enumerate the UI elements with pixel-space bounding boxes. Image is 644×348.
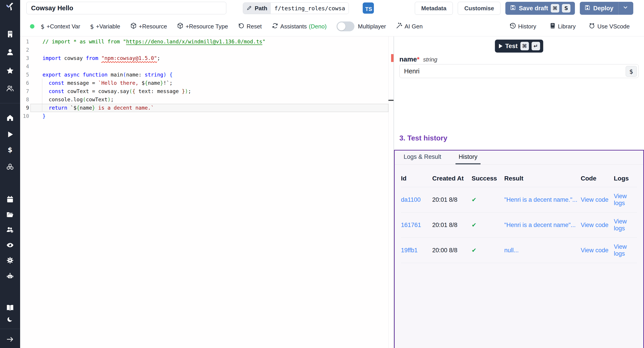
- star-icon: [6, 67, 14, 74]
- cursor-line-marker: [388, 100, 394, 101]
- history-button[interactable]: History: [510, 22, 536, 31]
- sidebar: $: [0, 0, 20, 348]
- tab-history[interactable]: History: [456, 150, 480, 164]
- book-open-icon: [6, 304, 14, 312]
- tab-logs-result[interactable]: Logs & Result: [402, 150, 442, 164]
- typescript-badge: TS: [363, 2, 374, 14]
- robot-icon: [6, 272, 14, 280]
- test-button[interactable]: Test ⌘ ↵: [495, 40, 543, 52]
- add-resource-type-button[interactable]: +Resource Type: [177, 22, 228, 31]
- view-logs-link[interactable]: View logs: [614, 187, 637, 212]
- kbd-s: S: [562, 4, 570, 12]
- multiplayer-toggle[interactable]: [336, 22, 354, 31]
- pencil-icon: [247, 5, 252, 12]
- insert-variable-button[interactable]: $: [626, 66, 637, 77]
- created-at: 20:01 8/8: [432, 187, 472, 212]
- chevron-down-icon[interactable]: [622, 4, 629, 12]
- result-link[interactable]: null...: [504, 238, 581, 263]
- sidebar-item-theme[interactable]: [6, 315, 14, 323]
- code-line[interactable]: 2: [20, 46, 388, 54]
- code-line[interactable]: 4: [20, 62, 388, 71]
- ai-gen-button[interactable]: AI Gen: [396, 22, 422, 31]
- sidebar-item-groups[interactable]: [6, 226, 14, 234]
- sidebar-item-workers[interactable]: [6, 272, 14, 280]
- sidebar-item-schedules[interactable]: [6, 195, 14, 203]
- view-logs-link[interactable]: View logs: [614, 212, 637, 238]
- view-logs-link[interactable]: View logs: [614, 238, 637, 263]
- sidebar-item-favorites[interactable]: [6, 67, 14, 75]
- sidebar-item-folders[interactable]: [6, 210, 14, 218]
- app-logo[interactable]: [6, 3, 14, 11]
- sidebar-collapse[interactable]: [6, 335, 14, 343]
- assistants-button[interactable]: Assistants (Deno): [272, 22, 327, 31]
- test-history-table: Id Created At Success Result Code Logs d…: [401, 175, 637, 263]
- sidebar-item-settings[interactable]: [6, 256, 14, 264]
- code-text: console.log(cowText);: [42, 96, 114, 104]
- view-code-link[interactable]: View code: [581, 238, 614, 263]
- view-code-link[interactable]: View code: [581, 187, 614, 212]
- col-code: Code: [581, 175, 614, 187]
- path-value[interactable]: f/testing_roles/cowsa: [271, 3, 348, 14]
- metadata-button[interactable]: Metadata: [415, 2, 453, 15]
- sidebar-item-home[interactable]: [6, 114, 14, 122]
- panel-resize-handle[interactable]: [394, 36, 394, 348]
- customise-button[interactable]: Customise: [458, 2, 500, 15]
- code-line[interactable]: 10}: [20, 112, 388, 120]
- code-line[interactable]: 6 const message = `Hello there, ${name}!…: [20, 79, 388, 87]
- argument-label-row: name * string: [399, 56, 438, 63]
- sidebar-item-docs[interactable]: [6, 304, 14, 312]
- success-check-icon: ✔: [472, 212, 504, 238]
- moon-icon: [6, 315, 14, 323]
- code-line[interactable]: 7 const cowText = cowsay.say({ text: mes…: [20, 87, 388, 96]
- topbar-actions: Metadata Customise Save draft ⌘ S Deploy: [415, 2, 633, 15]
- code-line[interactable]: 8 console.log(cowText);: [20, 96, 388, 104]
- run-id-link[interactable]: da1100: [401, 187, 432, 212]
- run-id-link[interactable]: 161761: [401, 212, 432, 238]
- run-id-link[interactable]: 19ffb1: [401, 238, 432, 263]
- editor-toolbar: $ +Context Var $ +Variable +Resource +Re…: [20, 16, 644, 36]
- sidebar-item-members[interactable]: [6, 84, 14, 92]
- line-number: 1: [20, 38, 29, 46]
- code-line[interactable]: 1// import * as wmill from "https://deno…: [20, 38, 388, 46]
- code-line[interactable]: 3import cowsay from "npm:cowsay@1.5.0";: [20, 54, 388, 62]
- line-number: 7: [20, 87, 29, 96]
- package-icon: [177, 22, 184, 31]
- result-link[interactable]: "Henri is a decent name"...: [504, 212, 581, 238]
- save-icon: [584, 4, 590, 12]
- sidebar-item-resources[interactable]: [6, 163, 14, 171]
- test-panel: Test ⌘ ↵ name * string $ 3. Test history…: [394, 36, 644, 348]
- reset-button[interactable]: Reset: [238, 22, 262, 31]
- sidebar-divider: [0, 103, 20, 103]
- deploy-button[interactable]: Deploy: [580, 2, 633, 15]
- code-line[interactable]: 9 return `${name} is a decent name.`: [20, 104, 388, 112]
- use-vscode-button[interactable]: Use VScode: [588, 22, 630, 31]
- add-variable-button[interactable]: $ +Variable: [90, 23, 120, 30]
- home-icon: [6, 114, 14, 122]
- path-chip[interactable]: Path f/testing_roles/cowsa: [243, 2, 349, 14]
- code-editor[interactable]: 1// import * as wmill from "https://deno…: [20, 36, 394, 348]
- name-argument-input[interactable]: [399, 64, 639, 78]
- sidebar-item-workspace[interactable]: [6, 30, 14, 38]
- library-button[interactable]: Library: [549, 22, 576, 31]
- sidebar-item-runs[interactable]: [6, 130, 14, 138]
- add-resource-label: +Resource: [139, 23, 167, 30]
- folder-open-icon: [6, 211, 14, 218]
- argument-name: name: [399, 56, 417, 63]
- created-at: 20:01 8/8: [432, 212, 472, 238]
- users-icon: [6, 84, 14, 92]
- col-success: Success: [472, 175, 504, 187]
- view-code-link[interactable]: View code: [581, 212, 614, 238]
- save-draft-button[interactable]: Save draft ⌘ S: [505, 2, 575, 15]
- sidebar-item-audit[interactable]: [6, 241, 14, 249]
- history-row: da110020:01 8/8✔"Henri is a decent name.…: [401, 187, 637, 212]
- result-link[interactable]: "Henri is a decent name."...: [504, 187, 581, 212]
- sidebar-item-variables[interactable]: $: [6, 146, 14, 154]
- sidebar-item-user[interactable]: [6, 48, 14, 56]
- code-line[interactable]: 5export async function main(name: string…: [20, 71, 388, 79]
- add-resource-button[interactable]: +Resource: [130, 22, 167, 31]
- dollar-icon: $: [6, 146, 14, 154]
- add-context-var-button[interactable]: $ +Context Var: [41, 23, 80, 30]
- code-text: const cowText = cowsay.say({ text: messa…: [42, 87, 191, 96]
- line-number: 8: [20, 96, 29, 104]
- script-title-input[interactable]: [26, 2, 226, 14]
